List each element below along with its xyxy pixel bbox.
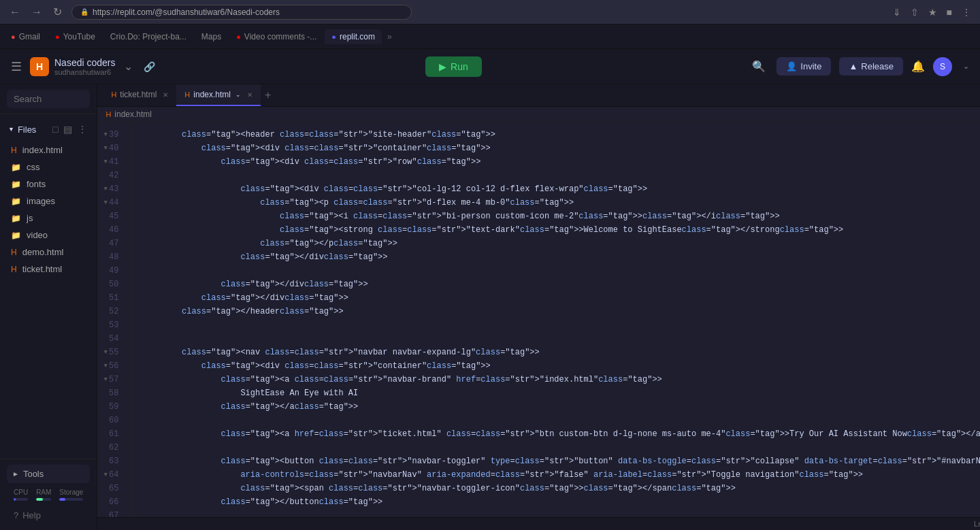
code-line[interactable]: class="tag"><div class=class="str">"cont…	[142, 359, 980, 373]
account-chevron-icon[interactable]: ⌄	[960, 59, 972, 73]
tab-youtube[interactable]: ● YouTube	[48, 29, 102, 44]
ram-fill	[36, 498, 43, 501]
code-line[interactable]: class="tag"><div class=class="str">"row"…	[142, 155, 980, 169]
run-button[interactable]: ▶ Run	[425, 56, 482, 77]
add-tab-button[interactable]: +	[261, 89, 275, 101]
search-button[interactable]: 🔍	[749, 57, 768, 76]
code-content[interactable]: class="tag"><header class=class="str">"s…	[131, 122, 980, 517]
line-number: 62	[97, 441, 125, 454]
files-actions: □ ▤ ⋮	[51, 122, 88, 136]
line-number: 60	[97, 414, 125, 427]
line-number: 49	[97, 264, 125, 278]
code-line[interactable]: class="tag"><div class=class="str">"cont…	[142, 142, 980, 155]
user-avatar[interactable]: S	[933, 57, 952, 76]
code-line[interactable]	[142, 441, 980, 454]
tab-video[interactable]: ● Video comments -...	[229, 29, 323, 44]
breadcrumb-icon: H	[105, 110, 111, 118]
code-line[interactable]: class="tag"><nav class=class="str">"navb…	[142, 346, 980, 359]
sidebar-toggle-button[interactable]: ☰	[8, 56, 24, 77]
index-tab-chevron: ⌄	[235, 91, 241, 98]
tab-replit[interactable]: ● replit.com	[325, 29, 382, 44]
tab-crio[interactable]: Crio.Do: Project-ba...	[103, 29, 193, 44]
release-button[interactable]: ▲ Release	[839, 57, 903, 76]
file-item-demo[interactable]: H demo.html	[0, 244, 97, 261]
tools-label: Tools	[23, 469, 44, 479]
status-bar: Ln 1, Col 1 History	[97, 517, 980, 530]
html-file-icon: H	[11, 248, 17, 257]
code-line[interactable]: class="tag"></divclass="tag">>	[142, 278, 980, 291]
tab-gmail[interactable]: ● Gmail	[4, 29, 47, 44]
code-line[interactable]	[142, 169, 980, 182]
share-link-icon[interactable]: 🔗	[141, 59, 158, 75]
status-ln-col: Ln 1, Col 1	[974, 520, 980, 528]
code-line[interactable]: class="tag"><strong class=class="str">"t…	[142, 223, 980, 237]
code-line[interactable]: class="tag"><span class=class="str">"nav…	[142, 482, 980, 495]
code-line[interactable]	[142, 318, 980, 332]
chevron-down-icon[interactable]: ⌄	[121, 57, 135, 76]
extension-icon[interactable]: ■	[943, 5, 956, 19]
refresh-button[interactable]: ↻	[49, 4, 66, 20]
forward-button[interactable]: →	[27, 4, 46, 20]
code-line[interactable]: class="tag"></pclass="tag">>	[142, 237, 980, 250]
ticket-tab-close[interactable]: ✕	[163, 91, 168, 99]
line-number: 65	[97, 482, 125, 495]
code-line[interactable]	[142, 264, 980, 278]
back-button[interactable]: ←	[5, 4, 24, 20]
html-file-icon: H	[11, 146, 17, 155]
index-tab-close[interactable]: ✕	[247, 91, 252, 99]
breadcrumb-text: index.html	[114, 110, 152, 119]
code-line[interactable]: class="tag"><p class=class="str">"d-flex…	[142, 196, 980, 210]
menu-icon[interactable]: ⋮	[958, 5, 975, 19]
file-item-js[interactable]: 📁 js	[0, 210, 97, 227]
editor-tab-index[interactable]: H index.html ⌄ ✕	[176, 84, 261, 106]
invite-button[interactable]: 👤 Invite	[777, 57, 831, 76]
download-icon[interactable]: ⇓	[889, 5, 904, 19]
html-file-icon: H	[11, 265, 17, 274]
line-number: 42	[97, 169, 125, 182]
folder-icon: 📁	[11, 231, 21, 240]
code-line[interactable]: SightEase An Eye with AI	[142, 386, 980, 400]
code-line[interactable]: aria-controls=class="str">"navbarNav" ar…	[142, 468, 980, 482]
code-line[interactable]: class="tag"></aclass="tag">>	[142, 400, 980, 414]
code-line[interactable]: class="tag"><div class=class="str">"col-…	[142, 182, 980, 196]
invite-label: Invite	[800, 61, 821, 71]
code-line[interactable]	[142, 414, 980, 427]
help-button[interactable]: ? Help	[7, 506, 48, 525]
line-number: 50	[97, 278, 125, 291]
editor-tab-ticket[interactable]: H ticket.html ✕	[103, 84, 176, 106]
code-line[interactable]: class="tag"></divclass="tag">>	[142, 250, 980, 264]
file-item-index[interactable]: H index.html	[0, 142, 97, 159]
code-line[interactable]: class="tag"><header class=class="str">"s…	[142, 128, 980, 142]
bookmark-icon[interactable]: ★	[925, 5, 941, 19]
file-item-ticket[interactable]: H ticket.html	[0, 261, 97, 278]
share-icon[interactable]: ⇧	[907, 5, 922, 19]
code-line[interactable]: class="tag"></headerclass="tag">>	[142, 305, 980, 318]
run-label: Run	[451, 61, 468, 72]
line-number: 47	[97, 237, 125, 250]
code-line[interactable]: class="tag"></divclass="tag">>	[142, 291, 980, 305]
tab-maps[interactable]: Maps	[195, 29, 228, 44]
file-item-images[interactable]: 📁 images	[0, 193, 97, 210]
file-item-video[interactable]: 📁 video	[0, 227, 97, 244]
line-number: ▼39	[97, 128, 125, 142]
line-number: ▼56	[97, 359, 125, 373]
lock-icon: 🔒	[80, 8, 88, 16]
code-line[interactable]	[142, 509, 980, 517]
code-line[interactable]: class="tag"></buttonclass="tag">>	[142, 495, 980, 509]
tools-button[interactable]: ► Tools	[7, 465, 90, 483]
code-area[interactable]: ▼39▼40▼4142▼43▼4445464748495051525354▼55…	[97, 122, 980, 517]
code-line[interactable]	[142, 332, 980, 346]
cpu-label: CPU	[14, 488, 28, 496]
file-item-fonts[interactable]: 📁 fonts	[0, 176, 97, 193]
code-line[interactable]: class="tag"><i class=class="str">"bi-per…	[142, 210, 980, 223]
notification-button[interactable]: 🔔	[911, 60, 925, 73]
code-line[interactable]: class="tag"><a class=class="str">"navbar…	[142, 373, 980, 386]
files-more-button[interactable]: ⋮	[76, 122, 88, 136]
address-bar[interactable]: 🔒 https://replit.com/@sudhanshutiwar6/Na…	[71, 5, 412, 20]
code-line[interactable]: class="tag"><a href=class="str">"ticket.…	[142, 427, 980, 441]
file-item-css[interactable]: 📁 css	[0, 159, 97, 176]
new-file-button[interactable]: □	[51, 122, 59, 136]
new-folder-button[interactable]: ▤	[62, 122, 74, 136]
search-input[interactable]	[7, 90, 90, 108]
code-line[interactable]: class="tag"><button class=class="str">"n…	[142, 454, 980, 468]
